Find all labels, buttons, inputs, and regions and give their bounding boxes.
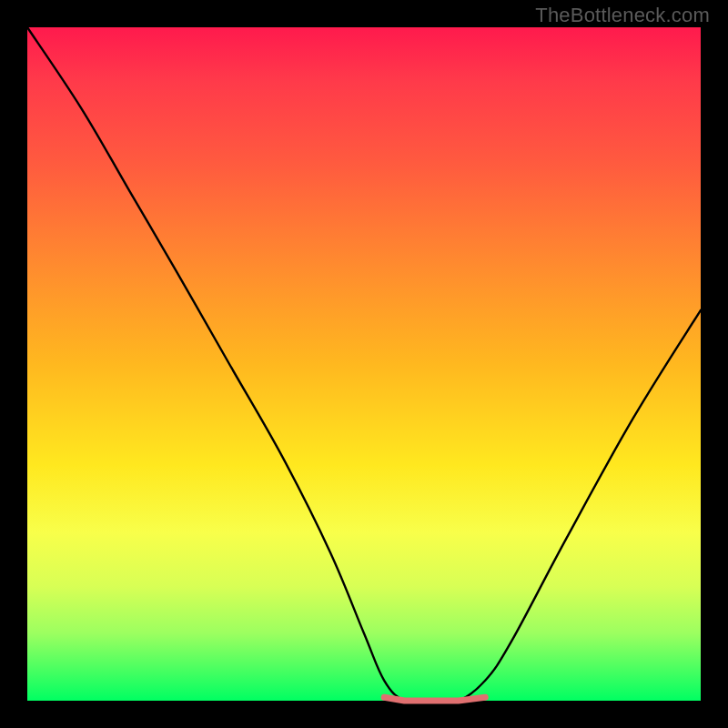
watermark-text: TheBottleneck.com (535, 4, 710, 27)
flat-band (384, 697, 485, 701)
chart-frame: TheBottleneck.com (0, 0, 728, 728)
plot-area (27, 27, 701, 701)
bottleneck-curve (27, 27, 701, 703)
bottleneck-curve-svg (27, 27, 701, 701)
